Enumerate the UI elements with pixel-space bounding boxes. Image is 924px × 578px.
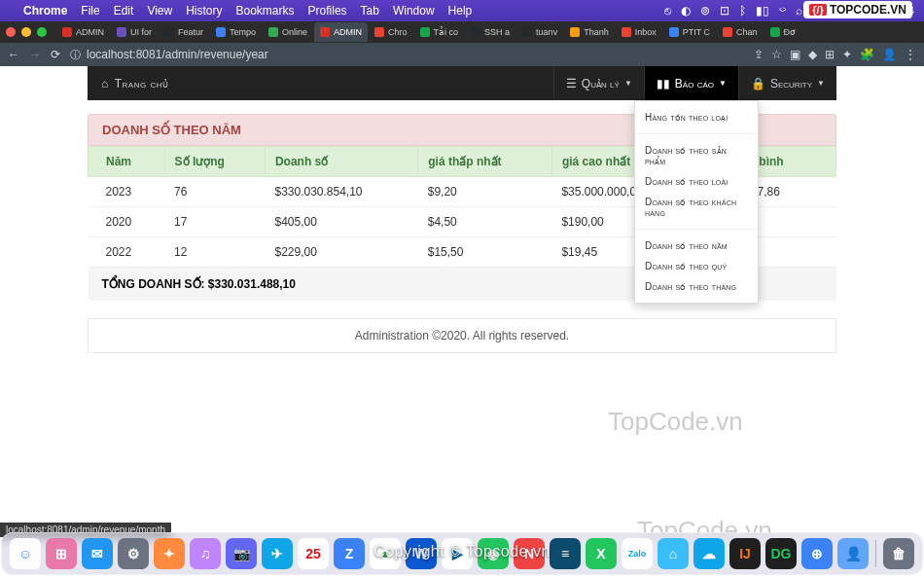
dock-app-icon[interactable]: X [586,538,617,569]
dock-app-icon[interactable]: 🗑 [883,538,914,569]
dock-app-icon[interactable]: ✉ [82,538,113,569]
dock-app-icon[interactable]: ⊞ [46,538,77,569]
dock-app-icon[interactable]: ≡ [550,538,581,569]
dock-app-icon[interactable]: ⚙ [118,538,149,569]
extension-icon[interactable]: ▣ [790,48,800,61]
reload-button[interactable]: ⟳ [51,48,60,61]
dropdown-item[interactable]: Doanh số theo khách hàng [635,192,758,223]
dock-app-icon[interactable]: ◉ [478,538,509,569]
menu-edit[interactable]: Edit [114,4,134,18]
col-header: Năm [89,147,165,177]
status-icon[interactable]: ⎋ [664,4,671,18]
tab-label: ADMIN [76,27,104,37]
browser-tab[interactable]: SSH a [465,22,515,42]
dock-app-icon[interactable]: DG [765,538,797,569]
close-window-icon[interactable] [6,27,16,37]
menu-bookmarks[interactable]: Bookmarks [236,4,295,18]
dock-app-icon[interactable]: Z [334,538,365,569]
tab-label: PTIT C [683,27,710,37]
maximize-window-icon[interactable] [37,27,47,37]
battery-icon[interactable]: ▮▯ [756,4,769,18]
browser-tab[interactable]: Tempo [210,22,262,42]
dock-app-icon[interactable]: ⌂ [657,538,689,569]
status-icon[interactable]: ⊚ [700,4,710,18]
browser-tab[interactable]: Đơ [764,22,802,42]
dock-app-icon[interactable]: ✈ [262,538,293,569]
forward-button[interactable]: → [29,48,41,61]
dropdown-item[interactable]: Doanh số theo sản phẩm [635,140,758,171]
site-info-icon[interactable]: ⓘ [70,48,81,62]
dock-app-icon[interactable]: IJ [729,538,761,569]
menu-file[interactable]: File [81,4,99,18]
dock-app-icon[interactable]: Zalo [622,538,653,569]
menu-help[interactable]: Help [448,4,473,18]
nav-quanly[interactable]: ☰ Quản lý ▼ [553,66,644,100]
browser-tab[interactable]: tuanv [516,22,563,42]
menu-profiles[interactable]: Profiles [308,4,347,18]
dock-app-icon[interactable]: ♫ [190,538,221,569]
browser-tab[interactable]: ADMIN [314,22,368,42]
browser-tab[interactable]: Thanh [564,22,615,42]
search-icon[interactable]: ⌕ [796,4,802,18]
menubar-app[interactable]: Chrome [23,4,67,18]
dock-app-icon[interactable]: 👤 [837,538,869,569]
minimize-window-icon[interactable] [21,27,31,37]
extension-icon[interactable]: ⊞ [825,48,835,61]
page-footer: Administration ©2020. All rights reserve… [88,318,836,353]
status-icon[interactable]: ⊡ [720,4,729,18]
tab-label: Tempo [230,27,256,37]
browser-tab[interactable]: Online [263,22,313,42]
tab-label: Chro [388,27,408,37]
dropdown-item[interactable]: Doanh số theo năm [635,235,758,256]
extensions-menu-icon[interactable]: 🧩 [860,48,874,61]
status-icon[interactable]: ◐ [681,4,691,18]
nav-home[interactable]: ⌂ Trang chủ [88,77,183,90]
dock-app-icon[interactable]: ☁ [693,538,725,569]
back-button[interactable]: ← [8,48,19,61]
dock-app-icon[interactable]: W [406,538,437,569]
bookmark-icon[interactable]: ☆ [771,48,782,61]
col-header: Doanh số [265,147,417,177]
dock-app-icon[interactable]: ⊕ [801,538,833,569]
cell: 2022 [89,237,165,268]
dock-app-icon[interactable]: 📷 [226,538,257,569]
profile-avatar[interactable]: 👤 [882,48,897,61]
dropdown-item[interactable]: Doanh số theo loài [635,171,758,192]
browser-tab[interactable]: Chan [717,22,764,42]
nav-security[interactable]: 🔒 Security ▼ [738,66,836,100]
browser-tab[interactable]: UI for [111,22,158,42]
menu-view[interactable]: View [147,4,172,18]
dropdown-item[interactable]: Hàng tồn theo loại [635,107,758,127]
dock-app-icon[interactable]: N [514,538,545,569]
traffic-lights[interactable] [6,27,47,37]
dock-app-icon[interactable]: ✦ [154,538,185,569]
address-bar[interactable]: ⓘ localhost:8081/admin/revenue/year [70,48,744,62]
favicon [420,27,430,37]
dropdown-item[interactable]: Doanh số theo tháng [635,276,758,297]
dropdown-item[interactable]: Doanh số theo quý [635,256,758,276]
share-icon[interactable]: ⇪ [754,48,764,61]
dock-app-icon[interactable]: ▶ [442,538,473,569]
nav-baocao[interactable]: ▮▮ Báo cáo ▼ [644,66,738,100]
browser-tab[interactable]: ADMIN [56,22,110,42]
dock-app-icon[interactable]: ☺ [10,538,41,569]
extension-icon[interactable]: ◆ [808,48,817,61]
browser-tab[interactable]: Inbox [616,22,662,42]
extension-icon[interactable]: ✦ [842,48,852,61]
browser-tab[interactable]: PTIT C [663,22,716,42]
code-icon: {/} [809,4,827,16]
dock-app-icon[interactable]: 25 [298,538,329,569]
browser-tab[interactable]: Chro [369,22,413,42]
favicon [723,27,732,37]
menu-window[interactable]: Window [393,4,435,18]
wifi-icon[interactable]: ⌔ [779,4,786,18]
bluetooth-icon[interactable]: ᛒ [739,4,746,18]
chrome-menu-icon[interactable]: ⋮ [905,48,916,61]
dock-app-icon[interactable]: ● [370,538,401,569]
menu-tab[interactable]: Tab [361,4,379,18]
menu-history[interactable]: History [186,4,222,18]
favicon [770,27,780,37]
browser-tab[interactable]: Featur [159,22,209,42]
cell: $9,20 [418,177,552,207]
browser-tab[interactable]: Tải co [414,22,465,42]
